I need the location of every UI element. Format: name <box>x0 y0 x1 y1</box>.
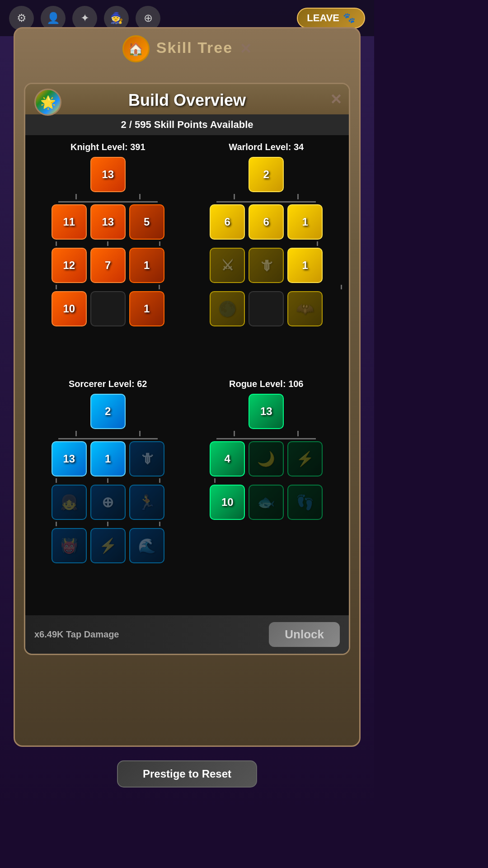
knight-node-5[interactable]: 12 <box>52 248 87 283</box>
sorcerer-node-9[interactable]: ⚡ <box>90 528 126 563</box>
outer-close-btn[interactable]: ✕ <box>239 40 252 57</box>
rogue-tree: 13 4 🌙 <box>191 394 343 520</box>
knight-level: 391 <box>130 142 145 152</box>
sorcerer-level: 62 <box>137 379 147 389</box>
warlord-empty <box>249 291 284 326</box>
sorcerer-node-10[interactable]: 🌊 <box>129 528 164 563</box>
knight-title: Knight Level: 391 <box>70 142 145 152</box>
sorcerer-node-8[interactable]: 👹 <box>52 528 87 563</box>
sorcerer-row-3: 👧 ⊕ 🏃 <box>32 485 184 520</box>
knight-row-1: 13 <box>32 157 184 192</box>
knight-row-3: 12 7 1 <box>32 248 184 283</box>
knight-row-2: 11 13 5 <box>32 204 184 240</box>
modal-bottom-bar: x6.49K Tap Damage Unlock <box>25 615 349 654</box>
rogue-node-2[interactable]: 4 <box>210 441 245 476</box>
warlord-row-2: 6 6 1 <box>191 204 343 240</box>
sorcerer-row-2: 13 1 🗡 <box>32 441 184 476</box>
sorcerer-section: Sorcerer Level: 62 2 <box>32 379 184 609</box>
warlord-node-9[interactable]: 🦇 <box>287 291 323 326</box>
knight-node-10[interactable]: 1 <box>129 291 164 326</box>
knight-row-4: 10 1 <box>32 291 184 326</box>
knight-node-9-empty <box>90 291 126 326</box>
sorcerer-node-2[interactable]: 13 <box>52 441 87 476</box>
skill-points-bar: 2 / 595 Skill Points Available <box>25 114 349 135</box>
rogue-node-1[interactable]: 13 <box>249 394 284 429</box>
warlord-node-1[interactable]: 2 <box>249 157 284 192</box>
rogue-node-3[interactable]: 🌙 <box>249 441 284 476</box>
sorcerer-row-4: 👹 ⚡ 🌊 <box>32 528 184 563</box>
sorcerer-node-7[interactable]: 🏃 <box>129 485 164 520</box>
modal-title: Build Overview <box>128 91 246 110</box>
warlord-row-4: 🌑 🦇 <box>191 291 343 326</box>
warlord-label: Warlord Level: <box>229 142 291 152</box>
rogue-node-5[interactable]: 10 <box>210 485 245 520</box>
rogue-node-7[interactable]: 👣 <box>287 485 323 520</box>
sorcerer-title: Sorcerer Level: 62 <box>69 379 147 389</box>
warlord-node-6[interactable]: 🗡 <box>249 248 284 283</box>
skill-tree-panel: 🏠 Skill Tree ✕ 🌟 Build Overview ✕ 2 / 59… <box>14 27 361 747</box>
rogue-row-2: 4 🌙 ⚡ <box>191 441 343 476</box>
unlock-button[interactable]: Unlock <box>269 622 340 647</box>
warlord-title: Warlord Level: 34 <box>229 142 304 152</box>
panel-icon: 🏠 <box>122 35 150 62</box>
warlord-node-7[interactable]: 1 <box>287 248 323 283</box>
rogue-label: Rogue Level: <box>229 379 286 389</box>
rogue-title: Rogue Level: 106 <box>229 379 304 389</box>
leave-label: LEAVE <box>307 12 339 24</box>
knight-tree: 13 11 13 <box>32 157 184 326</box>
prestige-button[interactable]: Prestige to Reset <box>117 760 257 788</box>
warlord-node-3[interactable]: 6 <box>249 204 284 240</box>
warlord-section: Warlord Level: 34 2 <box>191 142 343 372</box>
sorcerer-node-1[interactable]: 2 <box>90 394 126 429</box>
knight-node-1[interactable]: 13 <box>90 157 126 192</box>
sorcerer-row-1: 2 <box>32 394 184 429</box>
skill-points-text: 2 / 595 Skill Points Available <box>121 119 253 130</box>
rogue-row-3: 10 🐟 👣 <box>191 485 343 520</box>
warlord-tree: 2 6 6 <box>191 157 343 326</box>
knight-node-4[interactable]: 5 <box>129 204 164 240</box>
rogue-row-1: 13 <box>191 394 343 429</box>
modal-header: 🌟 Build Overview ✕ <box>25 84 349 114</box>
warlord-row-3: ⚔ 🗡 1 <box>191 248 343 283</box>
warlord-node-8[interactable]: 🌑 <box>210 291 245 326</box>
sorcerer-node-3[interactable]: 1 <box>90 441 126 476</box>
warlord-node-2[interactable]: 6 <box>210 204 245 240</box>
skill-tree-title: Skill Tree <box>156 39 233 57</box>
sorcerer-node-4[interactable]: 🗡 <box>129 441 164 476</box>
warlord-node-5[interactable]: ⚔ <box>210 248 245 283</box>
skill-grid: Knight Level: 391 13 <box>25 135 349 615</box>
rogue-node-4[interactable]: ⚡ <box>287 441 323 476</box>
leave-icon: 🐾 <box>343 12 355 24</box>
modal-avatar: 🌟 <box>34 89 61 116</box>
rogue-node-6[interactable]: 🐟 <box>249 485 284 520</box>
sorcerer-label: Sorcerer Level: <box>69 379 135 389</box>
warlord-node-4[interactable]: 1 <box>287 204 323 240</box>
sorcerer-node-6[interactable]: ⊕ <box>90 485 126 520</box>
knight-node-2[interactable]: 11 <box>52 204 87 240</box>
rogue-level: 106 <box>288 379 303 389</box>
knight-node-7[interactable]: 1 <box>129 248 164 283</box>
warlord-level: 34 <box>294 142 304 152</box>
knight-section: Knight Level: 391 13 <box>32 142 184 372</box>
build-overview-modal: 🌟 Build Overview ✕ 2 / 595 Skill Points … <box>24 83 350 655</box>
knight-node-8[interactable]: 10 <box>52 291 87 326</box>
modal-close-btn[interactable]: ✕ <box>330 91 342 108</box>
knight-node-6[interactable]: 7 <box>90 248 126 283</box>
sorcerer-node-5[interactable]: 👧 <box>52 485 87 520</box>
knight-node-3[interactable]: 13 <box>90 204 126 240</box>
knight-label: Knight Level: <box>70 142 128 152</box>
sorcerer-tree: 2 13 1 <box>32 394 184 563</box>
warlord-row-1: 2 <box>191 157 343 192</box>
leave-button[interactable]: LEAVE 🐾 <box>297 8 365 28</box>
tap-damage-text: x6.49K Tap Damage <box>34 629 119 640</box>
rogue-section: Rogue Level: 106 13 <box>191 379 343 609</box>
